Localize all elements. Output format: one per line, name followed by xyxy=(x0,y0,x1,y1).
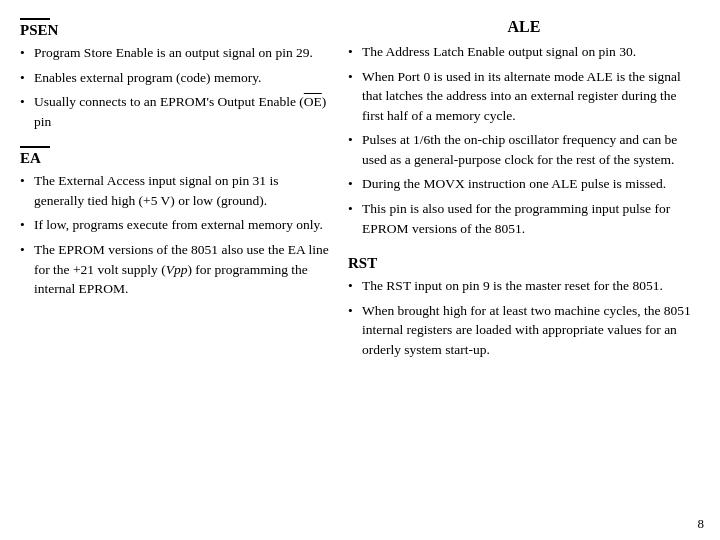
ale-heading: ALE xyxy=(348,18,700,36)
bullet-icon: • xyxy=(348,199,362,219)
list-item: • The External Access input signal on pi… xyxy=(20,171,330,210)
list-item: • When brought high for at least two mac… xyxy=(348,301,700,360)
bullet-text: When brought high for at least two machi… xyxy=(362,301,700,360)
bullet-text: Pulses at 1/6th the on-chip oscillator f… xyxy=(362,130,700,169)
list-item: • When Port 0 is used in its alternate m… xyxy=(348,67,700,126)
psen-bullets: • Program Store Enable is an output sign… xyxy=(20,43,330,131)
list-item: • Program Store Enable is an output sign… xyxy=(20,43,330,63)
bullet-icon: • xyxy=(20,240,34,260)
psen-rule xyxy=(20,18,50,20)
list-item: • Usually connects to an EPROM's Output … xyxy=(20,92,330,131)
left-column: PSEN • Program Store Enable is an output… xyxy=(20,18,330,522)
page-number: 8 xyxy=(698,516,705,532)
psen-section: PSEN • Program Store Enable is an output… xyxy=(20,18,330,136)
bullet-text: This pin is also used for the programmin… xyxy=(362,199,700,238)
oe-overline: OE xyxy=(304,94,322,109)
bullet-text: The EPROM versions of the 8051 also use … xyxy=(34,240,330,299)
bullet-icon: • xyxy=(20,68,34,88)
list-item: • The EPROM versions of the 8051 also us… xyxy=(20,240,330,299)
bullet-text: Usually connects to an EPROM's Output En… xyxy=(34,92,330,131)
list-item: • The Address Latch Enable output signal… xyxy=(348,42,700,62)
list-item: • The RST input on pin 9 is the master r… xyxy=(348,276,700,296)
ale-bullets: • The Address Latch Enable output signal… xyxy=(348,42,700,238)
bullet-icon: • xyxy=(348,42,362,62)
bullet-icon: • xyxy=(20,43,34,63)
bullet-text: Enables external program (code) memory. xyxy=(34,68,330,88)
rst-bullets: • The RST input on pin 9 is the master r… xyxy=(348,276,700,359)
psen-heading: PSEN xyxy=(20,22,330,39)
bullet-icon: • xyxy=(348,301,362,321)
bullet-icon: • xyxy=(348,276,362,296)
list-item: • During the MOVX instruction one ALE pu… xyxy=(348,174,700,194)
ea-bullets: • The External Access input signal on pi… xyxy=(20,171,330,298)
bullet-text: When Port 0 is used in its alternate mod… xyxy=(362,67,700,126)
list-item: • This pin is also used for the programm… xyxy=(348,199,700,238)
bullet-text: The RST input on pin 9 is the master res… xyxy=(362,276,700,296)
bullet-icon: • xyxy=(20,171,34,191)
ale-section: ALE • The Address Latch Enable output si… xyxy=(348,18,700,243)
rst-section: RST • The RST input on pin 9 is the mast… xyxy=(348,253,700,364)
ea-section: EA • The External Access input signal on… xyxy=(20,146,330,303)
list-item: • If low, programs execute from external… xyxy=(20,215,330,235)
bullet-text: During the MOVX instruction one ALE puls… xyxy=(362,174,700,194)
right-column: ALE • The Address Latch Enable output si… xyxy=(348,18,700,522)
bullet-text: Program Store Enable is an output signal… xyxy=(34,43,330,63)
bullet-text: The External Access input signal on pin … xyxy=(34,171,330,210)
bullet-icon: • xyxy=(20,215,34,235)
rst-heading: RST xyxy=(348,255,700,272)
bullet-icon: • xyxy=(348,174,362,194)
ea-rule xyxy=(20,146,50,148)
list-item: • Enables external program (code) memory… xyxy=(20,68,330,88)
ea-heading: EA xyxy=(20,150,330,167)
list-item: • Pulses at 1/6th the on-chip oscillator… xyxy=(348,130,700,169)
bullet-icon: • xyxy=(348,67,362,87)
bullet-icon: • xyxy=(348,130,362,150)
bullet-text: The Address Latch Enable output signal o… xyxy=(362,42,700,62)
bullet-text: If low, programs execute from external m… xyxy=(34,215,330,235)
page-container: PSEN • Program Store Enable is an output… xyxy=(0,0,720,540)
bullet-icon: • xyxy=(20,92,34,112)
vpp-italic: Vpp xyxy=(166,262,188,277)
